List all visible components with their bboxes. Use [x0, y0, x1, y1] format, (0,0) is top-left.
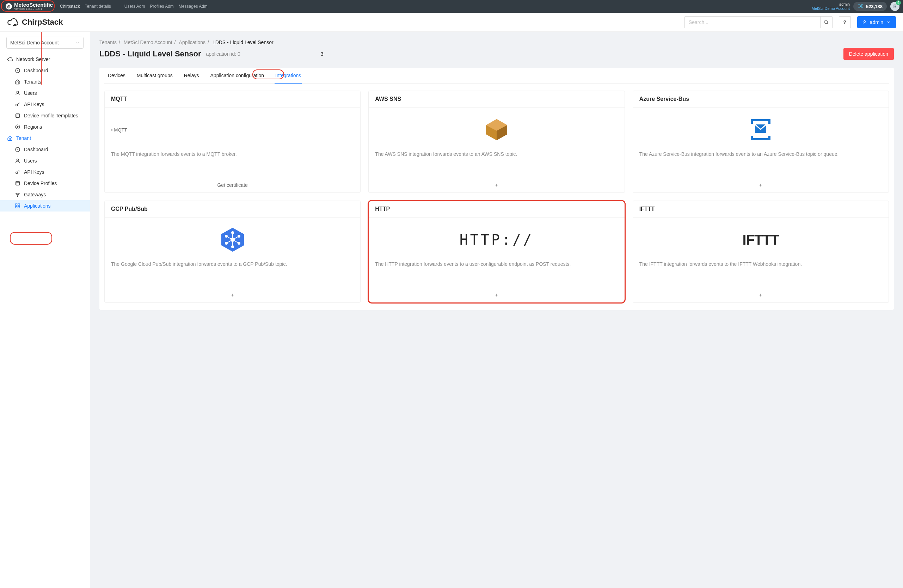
nav-chirpstack[interactable]: Chirpstack — [60, 4, 80, 9]
sidebar-item-gateways[interactable]: Gateways — [0, 189, 90, 200]
sidebar-item-label: Tenants — [24, 79, 41, 85]
tenant-select[interactable]: MetSci Demo Account — [6, 37, 83, 49]
integration-card-http: HTTP HTTP:// The HTTP integration forwar… — [368, 201, 625, 303]
sidebar-item-device-profile-templates[interactable]: Device Profile Templates — [0, 110, 90, 121]
brand-version: Version 1.8.1 / 1.8.1 — [14, 8, 53, 11]
svg-rect-14 — [18, 204, 20, 206]
plus-icon — [230, 292, 235, 297]
tab-multicast-groups[interactable]: Multicast groups — [136, 68, 173, 83]
sidebar-item-users[interactable]: Users — [0, 87, 90, 99]
card-description: The AWS SNS integration forwards events … — [375, 151, 618, 158]
key-icon — [15, 102, 20, 107]
logo-text: ChirpStack — [22, 17, 63, 27]
integration-card-aws-sns: AWS SNS The AWS SNS integration forwards… — [368, 91, 625, 193]
key-icon — [15, 169, 20, 175]
brand-name: MeteoScientific — [14, 2, 53, 8]
page-title: LDDS - Liquid Level Sensor — [99, 49, 201, 58]
main-content: Tenants/ MetSci Demo Account/ Applicatio… — [90, 32, 903, 588]
tab-integrations[interactable]: Integrations — [275, 68, 302, 83]
sidebar-item-label: Device Profile Templates — [24, 113, 78, 118]
svg-point-9 — [17, 159, 18, 161]
broken-image-icon: ▫MQTT — [111, 114, 354, 146]
search-box — [684, 16, 832, 28]
gcp-pubsub-icon — [111, 224, 354, 256]
crumb-tenants[interactable]: Tenants — [99, 39, 116, 45]
integration-card-gcp-pubsub: GCP Pub/Sub The Goo — [104, 201, 360, 303]
search-input[interactable] — [685, 19, 820, 25]
nav-tenant-details[interactable]: Tenant details — [85, 4, 111, 9]
account-info[interactable]: admin MetSci Demo Account — [812, 2, 850, 11]
top-bar: ◎ MeteoScientific Version 1.8.1 / 1.8.1 … — [0, 0, 903, 13]
plus-icon — [494, 182, 499, 187]
nav-messages-adm[interactable]: Messages Adm — [179, 4, 208, 9]
card-action-add[interactable] — [369, 287, 624, 302]
svg-point-10 — [16, 172, 17, 173]
admin-menu-button[interactable]: admin — [857, 16, 896, 28]
aws-sns-icon — [375, 114, 618, 146]
card-action-add[interactable] — [105, 287, 360, 302]
sidebar-item-dashboard[interactable]: Dashboard — [0, 65, 90, 76]
sidebar-item-api-keys[interactable]: API Keys — [0, 167, 90, 178]
plus-icon — [758, 292, 763, 297]
svg-rect-11 — [16, 182, 20, 186]
ifttt-icon: IFTTT — [639, 224, 882, 256]
chevron-down-icon — [76, 41, 80, 45]
avatar-badge: 4 — [896, 0, 901, 5]
shuffle-icon — [857, 3, 863, 10]
template-icon — [15, 181, 20, 186]
sidebar: MetSci Demo Account Network Server Dashb… — [0, 32, 90, 588]
dashboard-icon — [15, 147, 20, 152]
user-icon — [15, 158, 20, 164]
sidebar-item-label: Dashboard — [24, 147, 48, 152]
card-title: Azure Service-Bus — [633, 91, 889, 107]
svg-rect-13 — [16, 204, 17, 206]
sidebar-item-tenants[interactable]: Tenants — [0, 76, 90, 87]
home-icon — [15, 79, 20, 85]
cloud-icon — [7, 57, 13, 62]
sidebar-item-api-keys[interactable]: API Keys — [0, 99, 90, 110]
sidebar-group-tenant[interactable]: Tenant — [0, 132, 90, 144]
chirpstack-logo[interactable]: ChirpStack — [7, 16, 63, 28]
svg-rect-16 — [18, 206, 20, 208]
sidebar-item-label: API Keys — [24, 169, 44, 175]
tab-devices[interactable]: Devices — [107, 68, 126, 83]
svg-point-0 — [14, 24, 16, 25]
sidebar-group-network-server[interactable]: Network Server — [0, 53, 90, 65]
sidebar-item-device-profiles[interactable]: Device Profiles — [0, 178, 90, 189]
svg-point-7 — [16, 125, 20, 129]
nav-profiles-adm[interactable]: Profiles Adm — [150, 4, 173, 9]
nav-users-adm[interactable]: Users Adm — [124, 4, 145, 9]
sidebar-item-dashboard[interactable]: Dashboard — [0, 144, 90, 155]
tenant-select-value: MetSci Demo Account — [10, 40, 59, 46]
home-icon — [7, 135, 13, 141]
tabs: Devices Multicast groups Relays Applicat… — [104, 68, 889, 83]
help-button[interactable]: ? — [839, 16, 851, 28]
header: ChirpStack ? admin — [0, 13, 903, 32]
search-button[interactable] — [820, 17, 832, 28]
card-action-add[interactable] — [369, 177, 624, 192]
balance-pill[interactable]: 523,188 — [853, 2, 887, 11]
card-action-add[interactable] — [633, 177, 889, 192]
sidebar-item-regions[interactable]: Regions — [0, 121, 90, 132]
sidebar-item-users[interactable]: Users — [0, 155, 90, 167]
sidebar-item-applications[interactable]: Applications — [0, 200, 90, 212]
user-icon — [862, 20, 867, 25]
azure-service-bus-icon — [639, 114, 882, 146]
svg-rect-6 — [16, 114, 20, 118]
crumb-applications[interactable]: Applications — [179, 39, 206, 45]
application-id: application id: 0 — [206, 51, 240, 57]
card-action-add[interactable] — [633, 287, 889, 302]
dashboard-icon — [15, 68, 20, 73]
delete-application-button[interactable]: Delete application — [843, 48, 894, 60]
card-action-get-certificate[interactable]: Get certificate — [105, 177, 360, 192]
brand-chip[interactable]: ◎ MeteoScientific Version 1.8.1 / 1.8.1 — [3, 2, 55, 11]
card-description: The Azure Service-Bus integration forwar… — [639, 151, 882, 158]
svg-point-5 — [16, 104, 17, 106]
tab-relays[interactable]: Relays — [183, 68, 200, 83]
apps-icon — [15, 203, 20, 209]
avatar[interactable]: R 4 — [890, 2, 900, 11]
sidebar-item-label: Dashboard — [24, 68, 48, 73]
crumb-tenant[interactable]: MetSci Demo Account — [124, 39, 172, 45]
tab-application-configuration[interactable]: Application configuration — [210, 68, 265, 83]
panel: Devices Multicast groups Relays Applicat… — [99, 68, 894, 310]
